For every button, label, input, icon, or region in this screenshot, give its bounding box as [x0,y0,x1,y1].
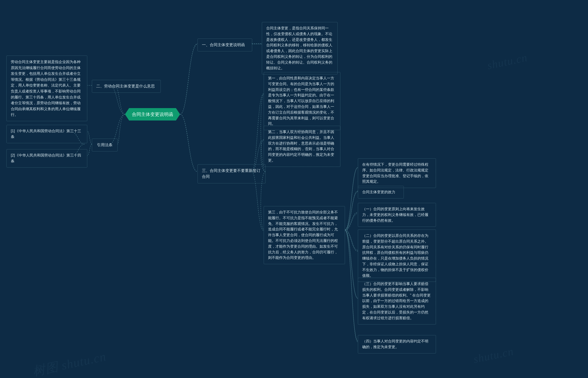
node-label: 一、合同主体变更说明函 [202,43,245,47]
node-right-d1[interactable]: 在有些情况下，变更合同需要经过特殊程序。如合同法规定，法律、行政法规规定变更合同… [358,158,436,188]
node-right-d6[interactable]: （四）当事人对合同变更的内容约定不明确的，推定为未变更。 [358,335,436,353]
node-right-d4[interactable]: （二）合同的变更以原合同关系的存在为前提，变更部分不超出原合同关系之外。原合同关… [358,230,436,282]
node-text: 合同主体变更的效力 [362,190,395,194]
root-label: 合同主体变更说明函 [132,111,173,118]
node-text: [1]《中华人民共和国劳动合同法》第三十三条 [11,129,81,139]
node-right-c3[interactable]: 第三，由于不可抗力致使合同的全部义务不能履行。不可抗力是指不能预见或者不能避免、… [264,206,345,264]
node-text: 合同主体变更，是指合同关系保持同一性，仅改变债权人或债务人的现象。不论是改换债权… [266,26,332,70]
node-right-section3[interactable]: 三、合同主体变更要不要重新签订合同 [197,164,266,183]
node-text: 第二，当事人双方经协商同意，并且不因此损害国家利益和社会公共利益。当事人双方在进… [268,130,334,162]
node-text: （三）合同的变更不影响当事人要求赔偿损失的权利。合同变更或者解除，不影响当事人要… [362,282,431,320]
node-label: 引用法条 [97,143,112,147]
node-right-section1-detail[interactable]: 合同主体变更，是指合同关系保持同一性，仅改变债权人或债务人的现象。不论是改换债权… [262,22,338,74]
node-left-section2-detail[interactable]: 劳动合同主体变更主要就是指企业因为各种原因无法继续履行合同而使劳动合同的主体发生… [6,55,87,121]
node-left-ref2[interactable]: [2]《中华人民共和国劳动合同法》第三十四条 [6,149,87,168]
node-right-c2[interactable]: 第二，当事人双方经协商同意，并且不因此损害国家利益和社会公共利益。当事人双方在进… [264,126,340,167]
node-left-ref1[interactable]: [1]《中华人民共和国劳动合同法》第三十三条 [6,125,87,143]
node-label: 二、劳动合同主体变更是什么意思 [96,84,155,88]
root-node[interactable]: 合同主体变更说明函 [125,108,180,121]
node-left-refs[interactable]: 引用法条 [92,139,118,151]
node-text: （一）合同的变更原则上向将来发生效力，未变更的权利义务继续有效，已经履行的债务仍… [362,207,428,222]
node-text: 第三，由于不可抗力致使合同的全部义务不能履行。不可抗力是指不能预见或者不能避免、… [268,210,338,260]
node-text: 在有些情况下，变更合同需要经过特殊程序。如合同法规定，法律、行政法规规定变更合同… [362,162,428,183]
node-left-section2[interactable]: 二、劳动合同主体变更是什么意思 [92,80,161,93]
node-right-c1[interactable]: 第一，由合同性质和内容决定当事人一方可变更合同。有的合同是为当事人一方的利益而设… [264,72,340,130]
node-text: 劳动合同主体变更主要就是指企业因为各种原因无法继续履行合同而使劳动合同的主体发生… [11,60,81,117]
node-text: 第一，由合同性质和内容决定当事人一方可变更合同。有的合同是为当事人一方的利益而设… [268,76,334,125]
node-right-d3[interactable]: （一）合同的变更原则上向将来发生效力，未变更的权利义务继续有效，已经履行的债务仍… [358,203,436,227]
node-right-d5[interactable]: （三）合同的变更不影响当事人要求赔偿损失的权利。合同变更或者解除，不影响当事人要… [358,278,436,324]
node-text: （二）合同的变更以原合同关系的存在为前提，变更部分不超出原合同关系之外。原合同关… [362,234,428,277]
node-right-d2[interactable]: 合同主体变更的效力 [358,186,404,199]
node-right-section1[interactable]: 一、合同主体变更说明函 [197,39,252,51]
node-label: 三、合同主体变更要不要重新签订合同 [202,168,260,179]
node-text: （四）当事人对合同变更的内容约定不明确的，推定为未变更。 [362,339,428,349]
node-text: [2]《中华人民共和国劳动合同法》第三十四条 [11,153,81,163]
nodes: 二、劳动合同主体变更是什么意思 劳动合同主体变更主要就是指企业因为各种原因无法继… [0,0,588,378]
